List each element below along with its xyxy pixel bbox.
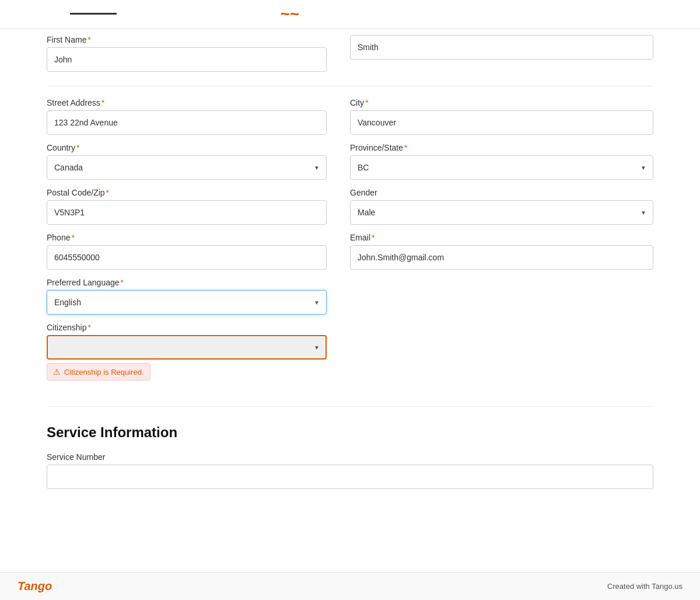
service-number-field-group: Service Number [47,452,653,489]
service-number-label: Service Number [47,452,653,462]
left-column: Street Address* Country* Canada United S… [47,98,327,389]
last-name-column [350,35,653,80]
email-input[interactable] [350,245,653,270]
citizenship-select-wrapper: Canadian American British Other [47,335,327,360]
top-partial-section: First Name* [0,29,700,86]
street-address-input[interactable] [47,110,327,135]
city-label: City* [350,98,653,107]
citizenship-error-message: ⚠ Citizenship is Required. [47,363,150,381]
service-section: Service Information Service Number [47,424,653,489]
province-select[interactable]: BC AB ON QC [350,155,653,180]
error-icon: ⚠ [53,367,61,376]
city-field-group: City* [350,98,653,135]
postal-input[interactable] [47,200,327,225]
citizenship-select[interactable]: Canadian American British Other [47,335,327,360]
form-container: Street Address* Country* Canada United S… [0,86,700,521]
footer: Tango Created with Tango.us [0,572,700,600]
province-select-wrapper: BC AB ON QC [350,155,653,180]
gender-select-wrapper: Male Female Other Prefer not to say [350,200,653,225]
country-label: Country* [47,143,327,152]
province-label: Province/State* [350,143,653,152]
first-name-label: First Name* [47,35,327,44]
citizenship-error-text: Citizenship is Required. [64,368,144,376]
first-name-column: First Name* [47,35,327,80]
page-wrapper: ~~ First Name* [0,0,700,600]
postal-field-group: Postal Code/Zip* [47,188,327,225]
street-address-label: Street Address* [47,98,327,107]
address-row: Street Address* Country* Canada United S… [47,98,653,389]
gender-field-group: Gender Male Female Other Prefer not to s… [350,188,653,225]
email-field-group: Email* [350,233,653,270]
phone-label: Phone* [47,233,327,242]
gender-select[interactable]: Male Female Other Prefer not to say [350,200,653,225]
footer-logo: Tango [18,580,52,593]
logo-swoosh: ~~ [280,5,299,23]
service-number-input[interactable] [47,465,653,489]
preferred-language-select-wrapper: English French Spanish Mandarin Other [47,290,327,315]
city-input[interactable] [350,110,653,135]
logo-line [70,13,117,15]
section-divider [47,406,653,407]
footer-text: Created with Tango.us [607,582,682,591]
country-field-group: Country* Canada United States United Kin… [47,143,327,180]
email-label: Email* [350,233,653,242]
top-bar: ~~ [0,0,700,29]
preferred-language-label: Preferred Language* [47,278,327,287]
province-field-group: Province/State* BC AB ON QC [350,143,653,180]
preferred-language-select[interactable]: English French Spanish Mandarin Other [47,290,327,315]
last-name-input[interactable] [350,35,653,60]
first-name-input[interactable] [47,47,327,72]
gender-label: Gender [350,188,653,197]
first-name-required: * [88,35,90,44]
service-section-title: Service Information [47,424,653,441]
country-select[interactable]: Canada United States United Kingdom Aust… [47,155,327,180]
postal-label: Postal Code/Zip* [47,188,327,197]
country-select-wrapper: Canada United States United Kingdom Aust… [47,155,327,180]
right-column: City* Province/State* BC AB ON QC [350,98,653,389]
citizenship-field-group: Citizenship* Canadian American British O… [47,323,327,381]
street-address-field-group: Street Address* [47,98,327,135]
phone-field-group: Phone* [47,233,327,270]
first-name-field-group: First Name* [47,35,327,72]
preferred-language-field-group: Preferred Language* English French Spani… [47,278,327,315]
last-name-field-group [350,35,653,60]
citizenship-label: Citizenship* [47,323,327,332]
phone-input[interactable] [47,245,327,270]
